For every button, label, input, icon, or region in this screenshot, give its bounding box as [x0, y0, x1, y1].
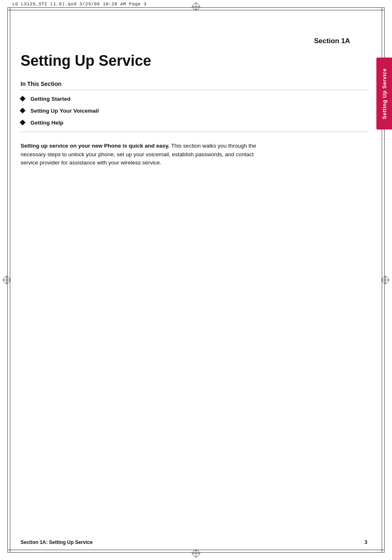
footer-page-number: 3	[364, 539, 367, 545]
footer-left-text: Section 1A: Setting Up Service	[21, 539, 92, 545]
list-item: Setting Up Your Voicemail	[21, 108, 367, 114]
bottom-divider	[21, 132, 367, 132]
top-divider	[21, 90, 367, 90]
reg-mark-right	[381, 275, 390, 285]
bullet-diamond-2	[20, 108, 25, 113]
body-paragraph: Setting up service on your new Phone is …	[21, 142, 259, 168]
reg-mark-bottom	[191, 549, 201, 558]
list-item-label-1: Getting Started	[30, 96, 71, 102]
footer: Section 1A: Setting Up Service 3	[21, 539, 367, 545]
in-this-section-heading: In This Section	[21, 81, 367, 87]
bullet-diamond-3	[20, 120, 25, 125]
list-item: Getting Help	[21, 120, 367, 126]
page-container: LG LX125_STI (1.0).qxd 3/25/06 10:28 AM …	[0, 0, 392, 560]
list-item-label-3: Getting Help	[30, 120, 63, 126]
reg-mark-top	[191, 2, 201, 11]
in-this-section-block: In This Section Getting Started Setting …	[21, 81, 367, 132]
side-tab-label: Setting Up Service	[381, 68, 387, 119]
section-label-text: Section 1A	[314, 37, 350, 45]
section-label: Section 1A	[21, 37, 350, 45]
list-item: Getting Started	[21, 96, 367, 102]
bullet-diamond-1	[20, 96, 25, 102]
list-item-label-2: Setting Up Your Voicemail	[30, 108, 99, 114]
header-meta: LG LX125_STI (1.0).qxd 3/25/06 10:28 AM …	[12, 2, 147, 7]
body-bold-intro: Setting up service on your new Phone is …	[21, 143, 170, 149]
bullet-list: Getting Started Setting Up Your Voicemai…	[21, 96, 367, 126]
side-tab: Setting Up Service	[376, 58, 392, 130]
main-content: Section 1A Setting Up Service In This Se…	[21, 12, 367, 539]
page-title: Setting Up Service	[21, 53, 367, 69]
reg-mark-left	[2, 275, 11, 285]
